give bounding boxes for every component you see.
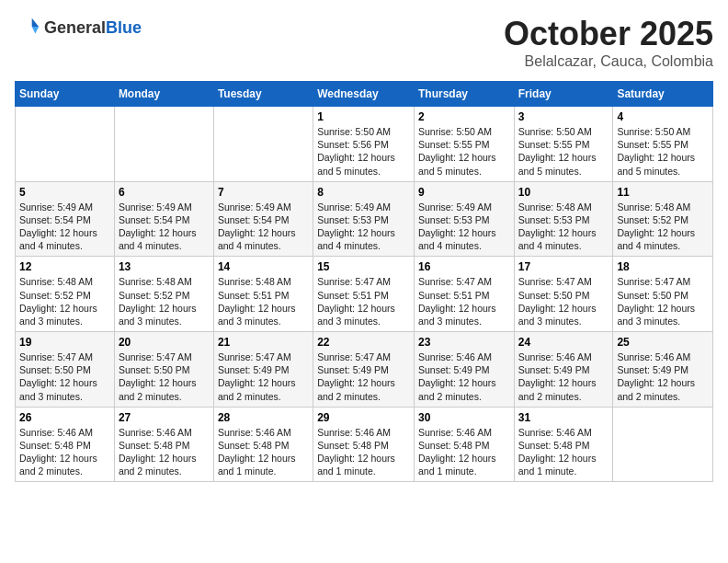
calendar-cell: 29Sunrise: 5:46 AM Sunset: 5:48 PM Dayli… — [313, 407, 415, 482]
day-number: 7 — [218, 186, 309, 199]
header-friday: Friday — [514, 82, 613, 107]
cell-info: Sunrise: 5:46 AM Sunset: 5:48 PM Dayligh… — [19, 426, 110, 478]
cell-info: Sunrise: 5:50 AM Sunset: 5:55 PM Dayligh… — [518, 125, 609, 178]
svg-marker-0 — [32, 18, 39, 27]
calendar-cell: 7Sunrise: 5:49 AM Sunset: 5:54 PM Daylig… — [213, 181, 313, 257]
cell-info: Sunrise: 5:46 AM Sunset: 5:48 PM Dayligh… — [119, 426, 210, 478]
day-number: 24 — [518, 336, 609, 349]
day-number: 21 — [218, 336, 309, 349]
calendar-cell: 11Sunrise: 5:48 AM Sunset: 5:52 PM Dayli… — [613, 181, 713, 257]
page-header: GeneralBlue October 2025 Belalcazar, Cau… — [15, 15, 713, 70]
calendar-cell: 13Sunrise: 5:48 AM Sunset: 5:52 PM Dayli… — [114, 257, 213, 332]
calendar-cell: 16Sunrise: 5:47 AM Sunset: 5:51 PM Dayli… — [414, 257, 514, 332]
calendar-cell: 15Sunrise: 5:47 AM Sunset: 5:51 PM Dayli… — [313, 257, 415, 332]
header-tuesday: Tuesday — [213, 82, 313, 107]
day-number: 10 — [518, 186, 609, 199]
day-number: 28 — [218, 411, 309, 424]
calendar-cell — [213, 107, 313, 182]
calendar-cell: 22Sunrise: 5:47 AM Sunset: 5:49 PM Dayli… — [313, 332, 415, 408]
logo-icon — [15, 15, 40, 40]
calendar-cell: 5Sunrise: 5:49 AM Sunset: 5:54 PM Daylig… — [16, 181, 115, 257]
day-number: 5 — [19, 186, 110, 199]
calendar-cell: 17Sunrise: 5:47 AM Sunset: 5:50 PM Dayli… — [514, 257, 613, 332]
calendar-cell — [16, 107, 115, 182]
calendar-header-row: SundayMondayTuesdayWednesdayThursdayFrid… — [16, 82, 713, 107]
svg-marker-1 — [32, 27, 39, 33]
day-number: 18 — [617, 260, 709, 273]
day-number: 1 — [317, 110, 410, 123]
cell-info: Sunrise: 5:46 AM Sunset: 5:49 PM Dayligh… — [518, 350, 609, 403]
calendar-cell: 4Sunrise: 5:50 AM Sunset: 5:55 PM Daylig… — [613, 107, 713, 182]
day-number: 14 — [218, 260, 309, 273]
day-number: 26 — [19, 411, 110, 424]
day-number: 6 — [119, 186, 210, 199]
cell-info: Sunrise: 5:47 AM Sunset: 5:50 PM Dayligh… — [518, 275, 609, 327]
day-number: 2 — [418, 110, 510, 123]
calendar-cell: 25Sunrise: 5:46 AM Sunset: 5:49 PM Dayli… — [613, 332, 713, 408]
title-area: October 2025 Belalcazar, Cauca, Colombia — [504, 15, 713, 70]
calendar-cell — [613, 407, 713, 482]
calendar-cell: 26Sunrise: 5:46 AM Sunset: 5:48 PM Dayli… — [16, 407, 115, 482]
calendar-cell: 1Sunrise: 5:50 AM Sunset: 5:56 PM Daylig… — [313, 107, 415, 182]
day-number: 16 — [418, 260, 510, 273]
cell-info: Sunrise: 5:48 AM Sunset: 5:52 PM Dayligh… — [19, 275, 110, 327]
cell-info: Sunrise: 5:49 AM Sunset: 5:53 PM Dayligh… — [418, 201, 510, 253]
cell-info: Sunrise: 5:48 AM Sunset: 5:53 PM Dayligh… — [518, 201, 609, 253]
cell-info: Sunrise: 5:49 AM Sunset: 5:53 PM Dayligh… — [317, 201, 410, 253]
header-sunday: Sunday — [16, 82, 115, 107]
calendar-cell: 8Sunrise: 5:49 AM Sunset: 5:53 PM Daylig… — [313, 181, 415, 257]
day-number: 30 — [418, 411, 510, 424]
cell-info: Sunrise: 5:47 AM Sunset: 5:51 PM Dayligh… — [317, 275, 410, 327]
day-number: 13 — [119, 260, 210, 273]
calendar-cell: 18Sunrise: 5:47 AM Sunset: 5:50 PM Dayli… — [613, 257, 713, 332]
calendar-cell: 10Sunrise: 5:48 AM Sunset: 5:53 PM Dayli… — [514, 181, 613, 257]
header-monday: Monday — [114, 82, 213, 107]
calendar-cell: 28Sunrise: 5:46 AM Sunset: 5:48 PM Dayli… — [213, 407, 313, 482]
day-number: 11 — [617, 186, 709, 199]
month-title: October 2025 — [504, 15, 713, 53]
cell-info: Sunrise: 5:50 AM Sunset: 5:56 PM Dayligh… — [317, 125, 410, 178]
cell-info: Sunrise: 5:48 AM Sunset: 5:52 PM Dayligh… — [617, 201, 709, 253]
location-subtitle: Belalcazar, Cauca, Colombia — [504, 53, 713, 70]
header-thursday: Thursday — [414, 82, 514, 107]
day-number: 17 — [518, 260, 609, 273]
calendar-cell: 20Sunrise: 5:47 AM Sunset: 5:50 PM Dayli… — [114, 332, 213, 408]
calendar-week-row: 19Sunrise: 5:47 AM Sunset: 5:50 PM Dayli… — [16, 332, 713, 408]
calendar-cell: 3Sunrise: 5:50 AM Sunset: 5:55 PM Daylig… — [514, 107, 613, 182]
day-number: 4 — [617, 110, 709, 123]
cell-info: Sunrise: 5:49 AM Sunset: 5:54 PM Dayligh… — [19, 201, 110, 253]
day-number: 31 — [518, 411, 609, 424]
calendar-cell: 24Sunrise: 5:46 AM Sunset: 5:49 PM Dayli… — [514, 332, 613, 408]
calendar-cell — [114, 107, 213, 182]
header-saturday: Saturday — [613, 82, 713, 107]
cell-info: Sunrise: 5:47 AM Sunset: 5:49 PM Dayligh… — [218, 350, 309, 403]
cell-info: Sunrise: 5:47 AM Sunset: 5:50 PM Dayligh… — [119, 350, 210, 403]
calendar-week-row: 12Sunrise: 5:48 AM Sunset: 5:52 PM Dayli… — [16, 257, 713, 332]
calendar-week-row: 26Sunrise: 5:46 AM Sunset: 5:48 PM Dayli… — [16, 407, 713, 482]
day-number: 22 — [317, 336, 410, 349]
day-number: 15 — [317, 260, 410, 273]
calendar-cell: 2Sunrise: 5:50 AM Sunset: 5:55 PM Daylig… — [414, 107, 514, 182]
logo-text: GeneralBlue — [44, 19, 142, 36]
logo: GeneralBlue — [15, 15, 142, 40]
calendar-week-row: 1Sunrise: 5:50 AM Sunset: 5:56 PM Daylig… — [16, 107, 713, 182]
day-number: 25 — [617, 336, 709, 349]
calendar-cell: 30Sunrise: 5:46 AM Sunset: 5:48 PM Dayli… — [414, 407, 514, 482]
cell-info: Sunrise: 5:46 AM Sunset: 5:48 PM Dayligh… — [317, 426, 410, 478]
header-wednesday: Wednesday — [313, 82, 415, 107]
cell-info: Sunrise: 5:50 AM Sunset: 5:55 PM Dayligh… — [418, 125, 510, 178]
cell-info: Sunrise: 5:49 AM Sunset: 5:54 PM Dayligh… — [119, 201, 210, 253]
cell-info: Sunrise: 5:47 AM Sunset: 5:50 PM Dayligh… — [617, 275, 709, 327]
day-number: 19 — [19, 336, 110, 349]
cell-info: Sunrise: 5:48 AM Sunset: 5:51 PM Dayligh… — [218, 275, 309, 327]
cell-info: Sunrise: 5:47 AM Sunset: 5:50 PM Dayligh… — [19, 350, 110, 403]
calendar-table: SundayMondayTuesdayWednesdayThursdayFrid… — [15, 81, 713, 482]
cell-info: Sunrise: 5:46 AM Sunset: 5:49 PM Dayligh… — [617, 350, 709, 403]
calendar-cell: 6Sunrise: 5:49 AM Sunset: 5:54 PM Daylig… — [114, 181, 213, 257]
calendar-cell: 14Sunrise: 5:48 AM Sunset: 5:51 PM Dayli… — [213, 257, 313, 332]
day-number: 20 — [119, 336, 210, 349]
day-number: 23 — [418, 336, 510, 349]
calendar-cell: 19Sunrise: 5:47 AM Sunset: 5:50 PM Dayli… — [16, 332, 115, 408]
cell-info: Sunrise: 5:46 AM Sunset: 5:48 PM Dayligh… — [418, 426, 510, 478]
calendar-cell: 9Sunrise: 5:49 AM Sunset: 5:53 PM Daylig… — [414, 181, 514, 257]
